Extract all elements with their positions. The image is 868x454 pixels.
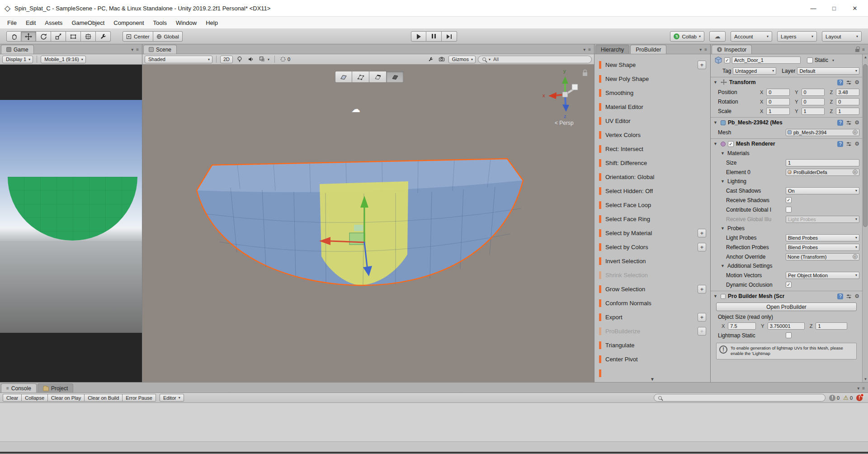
panel-menu-icon[interactable]: ≡ bbox=[862, 47, 865, 52]
tab-probuilder[interactable]: ProBuilder bbox=[630, 45, 666, 54]
draw-mode-dropdown[interactable]: Shaded▾ bbox=[145, 56, 212, 63]
transform-tool-button[interactable] bbox=[81, 31, 96, 42]
orientation-x-cone[interactable] bbox=[548, 92, 557, 99]
object-picker-icon[interactable]: ⊙ bbox=[853, 254, 858, 259]
menu-assets[interactable]: Assets bbox=[40, 18, 67, 28]
face-mode-button[interactable] bbox=[387, 71, 404, 83]
gizmo-lock-icon[interactable] bbox=[583, 70, 587, 76]
object-picker-icon[interactable]: ⊙ bbox=[853, 130, 858, 135]
reflection-probes-dropdown[interactable]: Blend Probes▾ bbox=[786, 244, 859, 251]
plus-icon[interactable]: + bbox=[698, 243, 706, 251]
pb-item-uv-editor[interactable]: UV Editor bbox=[594, 114, 710, 128]
panel-dropdown-icon[interactable]: ▾ bbox=[699, 47, 702, 52]
console-search-input[interactable] bbox=[654, 394, 826, 402]
help-icon[interactable]: ? bbox=[837, 120, 843, 126]
menu-edit[interactable]: Edit bbox=[21, 18, 40, 28]
mesh-renderer-header[interactable]: ▼ ✓ Mesh Renderer ? ⚙ bbox=[711, 138, 862, 149]
rotation-x-field[interactable]: 0 bbox=[766, 98, 790, 105]
pb-item-vertex-colors[interactable]: Vertex Colors bbox=[594, 128, 710, 142]
pb-item-rect-intersect[interactable]: Rect: Intersect bbox=[594, 142, 710, 156]
warning-count-toggle[interactable]: ⚠ 0 bbox=[843, 394, 853, 401]
pb-item-new-shape[interactable]: New Shape+ bbox=[594, 58, 710, 72]
rotation-y-field[interactable]: 0 bbox=[802, 98, 825, 105]
panel-menu-icon[interactable]: ≡ bbox=[862, 386, 865, 391]
menu-file[interactable]: File bbox=[3, 18, 21, 28]
panel-dropdown-icon[interactable]: ▾ bbox=[131, 47, 133, 52]
transform-header[interactable]: ▼ Transform ? ⚙ bbox=[711, 77, 862, 87]
layers-dropdown[interactable]: Layers▾ bbox=[777, 31, 817, 42]
static-checkbox[interactable] bbox=[807, 57, 813, 63]
materials-size-field[interactable]: 1 bbox=[786, 159, 859, 166]
pb-item-shift-difference[interactable]: Shift: Difference bbox=[594, 156, 710, 170]
pb-item-export[interactable]: Export+ bbox=[594, 310, 710, 324]
pb-item-invert-selection[interactable]: Invert Selection bbox=[594, 254, 710, 268]
hand-tool-button[interactable] bbox=[6, 31, 21, 42]
info-count-toggle[interactable]: ! 0 bbox=[829, 395, 840, 401]
open-probuilder-button[interactable]: Open ProBuilder bbox=[716, 303, 857, 311]
menu-component[interactable]: Component bbox=[109, 18, 148, 28]
gear-icon[interactable]: ⚙ bbox=[854, 141, 859, 147]
inspector-scrollbar[interactable]: ▲ ▼ bbox=[862, 54, 868, 382]
scroll-up-icon[interactable]: ▲ bbox=[863, 55, 868, 59]
menu-help[interactable]: Help bbox=[201, 18, 222, 28]
anchor-override-field[interactable]: None (Transform) ⊙ bbox=[786, 253, 859, 260]
menu-window[interactable]: Window bbox=[171, 18, 201, 28]
help-icon[interactable]: ? bbox=[837, 80, 843, 85]
position-y-field[interactable]: 0 bbox=[802, 89, 825, 96]
panel-menu-icon[interactable]: ≡ bbox=[704, 47, 707, 52]
tab-scene[interactable]: Scene bbox=[143, 45, 177, 54]
scene-camera-settings-button[interactable] bbox=[437, 56, 446, 62]
arch-mesh[interactable] bbox=[197, 159, 523, 285]
display-dropdown[interactable]: Display 1▾ bbox=[2, 56, 33, 63]
scroll-down-icon[interactable]: ▼ bbox=[863, 377, 868, 381]
pb-item-select-face-loop[interactable]: Select Face Loop bbox=[594, 198, 710, 212]
game-viewport[interactable] bbox=[0, 65, 142, 382]
preset-icon[interactable] bbox=[846, 293, 852, 299]
pb-item-grow-selection[interactable]: Grow Selection+ bbox=[594, 282, 710, 296]
scene-audio-toggle[interactable] bbox=[246, 56, 255, 62]
orientation-center-cube[interactable] bbox=[562, 92, 568, 97]
foldout-icon[interactable]: ▼ bbox=[713, 142, 718, 146]
play-button[interactable] bbox=[411, 31, 426, 42]
light-probes-dropdown[interactable]: Blend Probes▾ bbox=[786, 234, 859, 241]
tab-project[interactable]: Project bbox=[38, 383, 73, 393]
gizmo-plane-handle-2[interactable] bbox=[354, 225, 363, 231]
pb-item-triangulate[interactable]: Triangulate bbox=[594, 338, 710, 352]
error-pause-button[interactable]: Error Pause bbox=[123, 394, 156, 402]
pb-item-select-face-ring[interactable]: Select Face Ring bbox=[594, 212, 710, 226]
scale-z-field[interactable]: 1 bbox=[836, 108, 859, 115]
cast-shadows-dropdown[interactable]: On▾ bbox=[786, 187, 859, 194]
scrollbar-thumb[interactable] bbox=[863, 64, 868, 227]
pivot-toggle-button[interactable]: Center bbox=[123, 31, 153, 42]
preset-icon[interactable] bbox=[846, 80, 852, 85]
rotation-z-field[interactable]: 0 bbox=[836, 98, 859, 105]
vertex-mode-button[interactable] bbox=[352, 71, 369, 83]
rect-tool-button[interactable] bbox=[66, 31, 81, 42]
foldout-icon[interactable]: ▼ bbox=[713, 120, 718, 125]
foldout-icon[interactable]: ▼ bbox=[713, 80, 718, 85]
panel-menu-icon[interactable]: ≡ bbox=[588, 47, 591, 52]
probes-foldout[interactable]: ▼Probes bbox=[711, 224, 862, 233]
tab-hierarchy[interactable]: Hierarchy bbox=[595, 45, 629, 54]
orientation-y-cone[interactable] bbox=[562, 76, 568, 84]
gizmos-dropdown[interactable]: Gizmos▾ bbox=[448, 56, 476, 63]
2d-toggle[interactable]: 2D bbox=[220, 56, 233, 63]
orientation-z-cone[interactable] bbox=[562, 104, 569, 112]
minimize-button[interactable]: — bbox=[803, 1, 824, 15]
position-z-field[interactable]: 3.48 bbox=[836, 89, 859, 96]
renderer-enabled-checkbox[interactable]: ✓ bbox=[728, 141, 734, 147]
pro-builder-mesh-header[interactable]: ▼ Pro Builder Mesh (Scr ? ⚙ bbox=[711, 291, 862, 301]
pb-item-center-pivot[interactable]: Center Pivot bbox=[594, 352, 710, 366]
scale-tool-button[interactable] bbox=[51, 31, 66, 42]
scene-lighting-toggle[interactable] bbox=[235, 56, 244, 62]
orientation-cube-arm[interactable] bbox=[572, 84, 578, 90]
layout-dropdown[interactable]: Layout▾ bbox=[822, 31, 862, 42]
console-log-area[interactable] bbox=[0, 403, 868, 442]
gear-icon[interactable]: ⚙ bbox=[854, 293, 859, 299]
pb-item-material-editor[interactable]: Material Editor bbox=[594, 100, 710, 114]
plus-icon[interactable]: + bbox=[698, 313, 706, 322]
receive-shadows-checkbox[interactable]: ✓ bbox=[786, 197, 792, 203]
account-dropdown[interactable]: Account▾ bbox=[731, 31, 772, 42]
pb-item-select-by-material[interactable]: Select by Material+ bbox=[594, 226, 710, 240]
tab-console[interactable]: ≡ Console bbox=[1, 383, 37, 393]
